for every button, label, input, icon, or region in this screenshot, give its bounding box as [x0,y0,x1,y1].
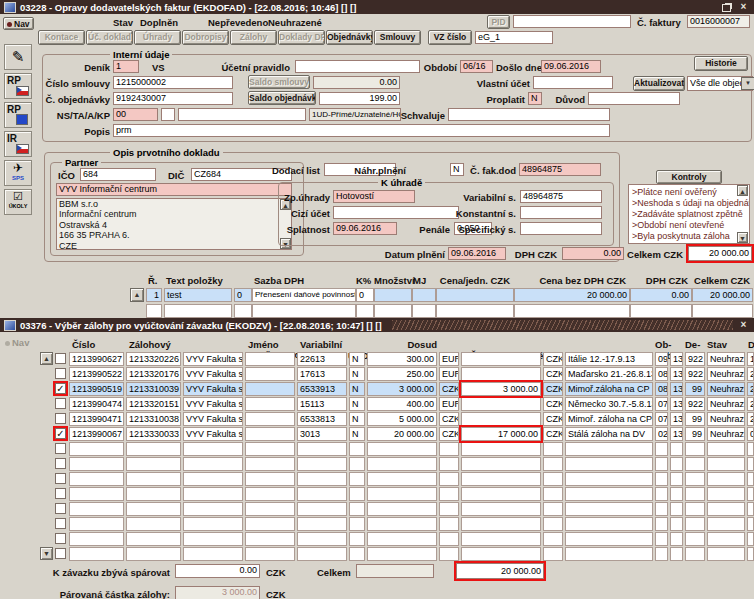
c-fakdod-label: Č. fak.dod [468,165,516,176]
row-checkbox[interactable] [55,368,66,379]
row-checkbox[interactable] [55,518,66,529]
ucetni-pravidlo-field[interactable] [295,60,420,73]
vz-cislo-field[interactable]: eG_1 [475,31,553,44]
titlebar-top[interactable]: 03228 - Opravy dodavatelských faktur (EK… [0,0,754,14]
castka-k-uhrade-cell[interactable]: 17 000.00 [461,427,541,441]
ukoly-button[interactable]: ☑ÚKOLY [4,189,32,215]
zp-uhrady-label: Zp.úh​rady [278,192,330,203]
celkem-label: Celkem [317,567,351,578]
castka-k-uhrade-cell[interactable]: 3 000.00 [461,382,541,396]
variabilni-field[interactable]: 48964875 [520,190,602,203]
row-checkbox[interactable] [55,353,66,364]
col-jmeno-header: Jméno [248,339,279,350]
ucetni-pravidlo-label: Účetní pravidlo [190,62,290,73]
row-checkbox[interactable] [55,458,66,469]
saldo-objednavky-button[interactable]: Saldo objednávky [248,91,316,105]
rp-eu-button[interactable]: RP [4,102,32,128]
items-header-celkem: Celkem CZK [690,275,750,286]
stav-value: Doplněn [140,17,178,28]
k-uhrade-legend: K úhradě [378,177,425,188]
row-checkbox[interactable] [55,413,66,424]
celkem-czk-field[interactable]: 20 000.00 [688,246,752,261]
ns-field-2[interactable] [161,108,175,121]
vlastni-ucet-field[interactable] [533,76,613,89]
chevron-down-icon[interactable]: ▼ [741,77,754,90]
close-icon[interactable]: × [737,320,750,331]
datum-plneni-label: Datum plnění [378,249,445,260]
vlastni-ucet-label: Vlastní účet [460,78,530,89]
k-zavazku-label: K závazku zbývá spárovat [40,567,170,578]
eu-flag-icon [16,114,28,125]
row-checkbox[interactable] [55,398,66,409]
popis-field[interactable]: prm [113,124,610,137]
duvod-field[interactable] [588,92,680,105]
ir-cz-button[interactable]: IR [4,131,32,157]
restore-icon[interactable] [720,2,733,13]
kontroly-button[interactable]: Kontroly [656,170,722,184]
splatnost-field[interactable]: 09.06.2016 [333,222,397,235]
c-faktury-field[interactable]: 0016000007 [687,15,750,28]
celkem-empty-field [356,564,434,578]
vs-label: VS [152,62,165,73]
row-checkbox[interactable] [55,548,66,559]
rp-cz-button[interactable]: RP [4,73,32,99]
row-checkbox-checked[interactable]: ✓ [55,383,66,394]
items-header-k: K% [356,275,371,286]
close-icon[interactable]: × [737,2,750,13]
datum-plneni-field[interactable]: 09.06.2016 [448,247,506,260]
items-header-cena-bez: Cena bez DPH CZK [510,275,626,286]
denik-field[interactable]: 1 [113,60,139,73]
row-checkbox[interactable] [55,443,66,454]
col-d-header: D [748,339,754,350]
objednavky-button[interactable]: Objednávky [326,30,373,45]
kontroly-scroll-down-icon[interactable]: ▼ [737,232,748,243]
historie-button[interactable]: Historie [694,56,748,71]
table-row: ✓ 1213990067 1213330033 VYV Fakulta stro… [0,427,754,441]
sps-button[interactable]: ✈SPS [4,160,32,186]
specificky-field[interactable] [520,222,602,235]
nahr-plneni-field[interactable]: N [450,163,464,176]
pid-field[interactable] [513,15,631,28]
row-checkbox[interactable] [55,488,66,499]
konstantni-label: Konstantní s. [432,208,516,219]
item-row: 1 test 0 Přenesení daňové povinnosti 0 2… [0,288,754,302]
row-checkbox[interactable] [55,533,66,544]
c-objednavky-field[interactable]: 9192430007 [113,92,233,105]
kontroly-scroll-up-icon[interactable]: ▲ [737,185,748,196]
titlebar-bottom[interactable]: 03376 - Výběr zálohy pro vyúčtování záva… [0,318,754,332]
proplatit-field[interactable]: N [528,92,542,105]
schvaluje-field[interactable] [448,108,610,121]
ns-field-3[interactable] [178,108,306,121]
partner-name-field[interactable]: VYV Informační centrum [56,183,292,196]
doslo-dne-field[interactable]: 09.06.2016 [541,60,601,73]
pen-icon: ✎ [12,48,25,65]
specificky-label: Specifický s. [432,224,516,235]
celkem-czk-label: Celkem CZK [626,249,683,260]
vz-cislo-button[interactable]: VZ číslo [428,30,472,45]
row-checkbox[interactable] [55,473,66,484]
nav-button[interactable]: Nav [3,17,34,30]
ns-field-1[interactable]: 00 [113,108,158,121]
celkem-total-field[interactable]: 20 000.00 [456,563,544,579]
window-title: 03376 - Výběr zálohy pro vyúčtování záva… [20,320,382,331]
aktualizovat-button[interactable]: Aktualizovat [633,76,685,91]
c-fakdod-field[interactable]: 48964875 [519,163,601,176]
c-faktury-label: Č. faktury [637,17,681,28]
row-checkbox[interactable] [55,503,66,514]
sign-button[interactable]: ✎ [4,44,32,70]
smlouvy-button[interactable]: Smlouvy [374,30,421,45]
items-header-cena-jedn: Cena/jedn. CZK [430,275,510,286]
konstantni-field[interactable] [520,206,602,219]
dph-czk-field[interactable]: 0.00 [562,247,624,260]
row-checkbox-checked[interactable]: ✓ [55,428,66,439]
partner-address-box[interactable]: BBM s.r.o Informační centrum Ostravská 4… [56,198,292,250]
radio-dot-icon [7,22,12,27]
cislo-smlouvy-field[interactable]: 1215000002 [113,76,233,89]
table-row-empty [0,472,754,486]
ico-field[interactable]: 684 [80,168,156,181]
dic-label: DIČ [168,170,184,181]
doklady-dph-button: Doklady DPH [278,30,325,45]
col-stav-header: Stav [707,339,727,350]
zp-uhrady-field[interactable]: Hotovostí [333,190,415,203]
obdobi-field[interactable]: 06/16 [460,60,493,73]
